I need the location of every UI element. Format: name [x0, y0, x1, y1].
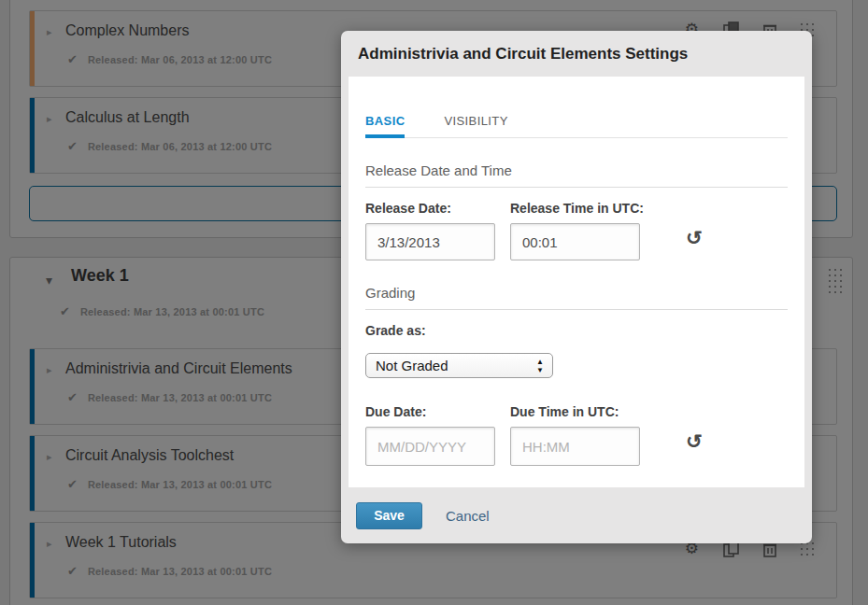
grading-section-heading: Grading: [365, 285, 788, 310]
reset-release-icon[interactable]: ↺: [686, 229, 703, 247]
release-date-label: Release Date:: [365, 201, 510, 216]
tab-basic[interactable]: BASIC: [365, 114, 405, 138]
modal-title: Administrivia and Circuit Elements Setti…: [358, 45, 688, 63]
due-time-label: Due Time in UTC:: [510, 404, 688, 419]
save-button[interactable]: Save: [356, 502, 422, 529]
grade-as-label: Grade as:: [365, 323, 788, 338]
due-date-input[interactable]: [365, 427, 495, 466]
reset-due-icon[interactable]: ↺: [686, 432, 703, 451]
release-section-heading: Release Date and Time: [365, 162, 788, 188]
studio-course-outline-page: ▸ Complex Numbers ✔ Released: Mar 06, 20…: [0, 0, 868, 605]
subsection-settings-modal: Administrivia and Circuit Elements Setti…: [341, 31, 812, 543]
cancel-link[interactable]: Cancel: [446, 508, 490, 524]
modal-header: Administrivia and Circuit Elements Setti…: [341, 31, 812, 77]
modal-footer: Save Cancel: [349, 487, 804, 543]
release-time-label: Release Time in UTC:: [510, 201, 688, 216]
due-time-input[interactable]: [510, 427, 640, 466]
settings-tabs: BASIC VISIBILITY: [365, 114, 788, 138]
grade-as-selected-value: Not Graded: [376, 358, 448, 373]
grade-as-select[interactable]: Not Graded ▲ ▼: [365, 353, 553, 378]
modal-body: BASIC VISIBILITY Release Date and Time R…: [349, 77, 804, 487]
tab-visibility[interactable]: VISIBILITY: [444, 114, 507, 137]
due-date-label: Due Date:: [365, 404, 510, 419]
release-date-input[interactable]: [365, 223, 495, 260]
select-stepper-icon: ▲ ▼: [536, 358, 544, 374]
release-time-input[interactable]: [510, 223, 640, 260]
